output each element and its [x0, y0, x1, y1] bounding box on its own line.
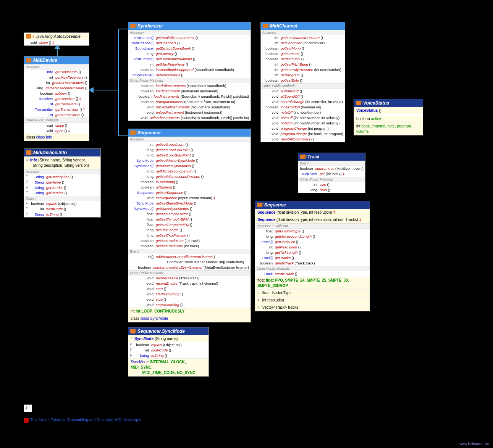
method-row: FStringgetDescription (): [24, 174, 100, 180]
class-footer: int int LOOP_CONTINUOUSLY: [128, 308, 251, 315]
method-row: longget/setTickPosition (): [128, 233, 251, 238]
method-row: booleanisRunning (): [128, 185, 251, 190]
class-footer: # float divisionType: [255, 289, 370, 297]
class-header: ! java.lang.AutoCloseable: [24, 33, 89, 40]
class-footer: class class Info: [24, 134, 89, 141]
method-row: voidclose () ‡: [24, 40, 89, 45]
class-header: VoiceStatus: [354, 99, 423, 107]
java-icon: [257, 203, 262, 207]
method-row: longget/setLoopEndPoint (): [128, 147, 251, 153]
class-header: Sequencer: [128, 129, 251, 137]
method-row: booleanadd/removeMetaEventListener (Meta…: [128, 265, 251, 270]
method-row: floatgetDivisionType (): [255, 229, 370, 234]
method-row: FStringgetVendor (): [24, 185, 100, 190]
method-row: voidunloadInstrument (Instrument instrum…: [128, 110, 251, 115]
section-header: Accessor: [24, 169, 100, 174]
method-row: longgetMicrosecondLength (): [255, 234, 370, 239]
method-row: longgetTickLength (): [255, 250, 370, 255]
section-header: Accessor: [128, 137, 251, 142]
method-row: SyncMode[]getMasterSyncModes (): [128, 163, 251, 169]
method-row: MidiChannel[]getChannels (): [128, 40, 251, 46]
java-icon: [130, 24, 136, 28]
field: int bank, channel, note, program, volume: [354, 122, 423, 135]
method-row: intgetController (int controller): [261, 40, 345, 46]
method-row: Instrument[]getLoadedInstruments (): [128, 56, 251, 62]
class-autocloseable: ! java.lang.AutoCloseable voidclose () ‡: [24, 32, 89, 46]
method-row: Track[]getTracks (): [255, 255, 370, 261]
method-row: intsize (): [298, 182, 365, 187]
method-row: booleanlocalControl (boolean on): [261, 105, 345, 110]
method-row: Instrument[]getAvailableInstruments (): [128, 35, 251, 40]
music-icon: [24, 404, 32, 412]
method-row: longgetTickLength (): [128, 227, 251, 233]
method-row: VoiceStatus[]getVoiceStatus (): [128, 73, 251, 78]
credit-link[interactable]: www.falkhausen.de: [459, 442, 489, 446]
method-row: FinthashCode (): [24, 206, 100, 212]
java-icon: [263, 24, 268, 28]
tutorial-link[interactable]: The Java™ Tutorials: Transmitting and Re…: [24, 418, 141, 423]
method-row: voidstopRecording (): [128, 302, 251, 308]
method-row: voidstart (): [128, 286, 251, 292]
method-row: voidstop (): [128, 297, 251, 302]
method-row: voidnoteOff (int noteNumber, int velocit…: [261, 115, 345, 121]
java-icon: [130, 329, 136, 334]
method-row: Patch[]getPatchList (): [255, 239, 370, 245]
constructor: Sequence (float divisionType, int resolu…: [255, 216, 370, 223]
class-footer: float float PPQ, SMPTE_24, SMPTE_25, SMP…: [255, 277, 370, 289]
method-row: booleanget/setMute (): [261, 51, 345, 56]
method-row: intgetMaxReceivers (): [24, 75, 89, 80]
section-header: Accessor + Collector: [255, 223, 370, 229]
method-row: floatget/setTempoFactor (): [128, 211, 251, 217]
method-row: voidnoteOff (int noteNumber): [261, 110, 345, 115]
class-sequencer: Sequencer Accessorintget/setLoopCount ()…: [128, 129, 251, 322]
java-icon: [26, 58, 31, 63]
method-row: voidrecordDisable (Track track): [128, 276, 251, 281]
method-row: booleanisRecording (): [128, 179, 251, 185]
page-title: javax.sound.midi: [24, 403, 103, 413]
class-footer: class class SyncMode: [128, 315, 251, 322]
method-row: longget/setLoopStartPoint (): [128, 153, 251, 158]
method-row: booleanisOpen (): [24, 91, 89, 96]
method-row: int[]add/removeControllerEventListener (…: [128, 254, 251, 265]
method-row: intgetMaxPolyphony (): [128, 62, 251, 67]
method-row: booleanremapInstrument (Instrument from,…: [128, 99, 251, 105]
class-track: Track Eventbooleanadd/remove (MidiEvent …: [298, 153, 365, 193]
method-row: Fbooleanequals (Object obj): [24, 201, 100, 206]
diagram-canvas: ! java.lang.AutoCloseable voidclose () ‡…: [0, 0, 493, 448]
method-row: FStringtoString (): [24, 212, 100, 217]
field: boolean active: [354, 114, 423, 122]
method-row: SyncModeget/setMasterSyncMode (): [128, 158, 251, 163]
method-row: booleanget/setMono (): [261, 46, 345, 51]
method-row: voidnoteOn (int noteNumber, int velocity…: [261, 121, 345, 126]
class-synthesizer: Synthesizer AccessorInstrument[]getAvail…: [128, 22, 251, 121]
section-header: Other Public Methods: [128, 270, 251, 276]
class-header: MidiDevice: [24, 56, 89, 64]
section-header: Accessor: [128, 30, 251, 35]
java-icon: [300, 155, 305, 159]
constructor: #Info (String name, String vendor, Strin…: [24, 156, 100, 169]
method-row: SyncMode[]getSlaveSyncModes (): [128, 206, 251, 211]
method-row: booleandeleteTrack (Track track): [255, 261, 370, 266]
constructor: VoiceStatus (): [354, 107, 423, 114]
method-row: SoundbankgetDefaultSoundbank (): [128, 46, 251, 51]
java-icon: [356, 101, 361, 105]
method-row: FinthashCode (): [128, 348, 209, 353]
method-row: booleanget/setTrackSolo (int track): [128, 243, 251, 249]
method-row: floatget/setTempoInBPM (): [128, 217, 251, 222]
constructor: #SyncMode (String name): [128, 335, 209, 342]
class-syncmode: Sequencer.SyncMode #SyncMode (String nam…: [128, 327, 209, 377]
class-header: Sequence: [255, 201, 370, 209]
class-sequence: Sequence Sequence (float divisionType, i…: [255, 201, 370, 311]
section-header: Other Public Methods: [261, 83, 345, 89]
section-header: Other Public Methods: [255, 266, 370, 271]
java-icon: [130, 131, 136, 135]
section-header: Accessor: [24, 64, 89, 69]
method-row: booleanget/setTrackMute (int track): [128, 238, 251, 243]
method-row: intgetMaxTransmitters (): [24, 80, 89, 85]
method-row: FStringtoString (): [128, 353, 209, 358]
class-header: MidiChannel: [261, 22, 345, 30]
method-row: voidallSoundOff (): [261, 94, 345, 99]
class-voicestatus: VoiceStatus VoiceStatus () boolean activ…: [354, 99, 423, 135]
class-header: Track: [298, 153, 365, 161]
method-row: voidresetAllControllers (): [261, 137, 345, 142]
